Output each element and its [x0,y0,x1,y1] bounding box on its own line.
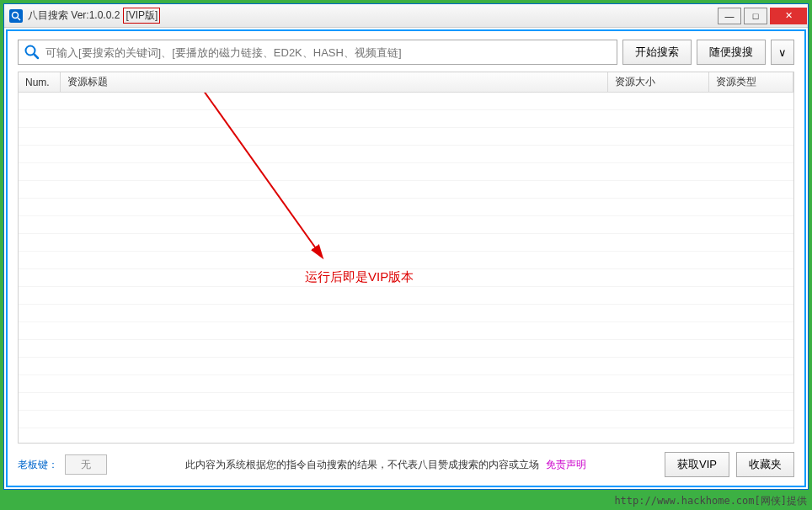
app-icon [9,9,23,23]
table-header: Num. 资源标题 资源大小 资源类型 [19,72,793,93]
minimize-button[interactable]: — [718,8,741,24]
disclaimer: 此内容为系统根据您的指令自动搜索的结果，不代表八目赞成搜索的内容或立场 免责声明 [114,458,658,472]
svg-line-3 [35,55,39,59]
svg-point-0 [13,12,19,18]
bosskey-button[interactable]: 无 [65,454,107,475]
close-button[interactable]: ✕ [770,8,807,24]
random-search-button[interactable]: 随便搜搜 [697,40,766,65]
vip-badge: [VIP版] [123,8,160,24]
favorites-button[interactable]: 收藏夹 [736,452,794,477]
disclaimer-link[interactable]: 免责声明 [546,459,586,470]
col-num[interactable]: Num. [19,72,61,92]
search-icon [24,44,40,61]
svg-line-1 [18,18,20,20]
main-window: 八目搜索 Ver:1.0.0.2 [VIP版] — □ ✕ 开始搜索 随便搜搜 … [3,3,809,490]
results-table: Num. 资源标题 资源大小 资源类型 运行后即是VIP版本 [18,72,794,444]
titlebar: 八目搜索 Ver:1.0.0.2 [VIP版] — □ ✕ [4,4,808,28]
col-size[interactable]: 资源大小 [608,72,709,92]
source-label: http://www.hackhome.com[网侠]提供 [614,494,807,508]
get-vip-button[interactable]: 获取VIP [665,452,729,477]
col-type[interactable]: 资源类型 [709,72,793,92]
search-row: 开始搜索 随便搜搜 ∨ [18,40,794,65]
svg-line-5 [179,93,322,257]
start-search-button[interactable]: 开始搜索 [622,40,692,65]
annotation-arrow [19,93,802,480]
app-title: 八目搜索 Ver:1.0.0.2 [28,8,120,23]
bottom-bar: 老板键： 无 此内容为系统根据您的指令自动搜索的结果，不代表八目赞成搜索的内容或… [18,452,794,477]
annotation-text: 运行后即是VIP版本 [305,269,414,285]
expand-button[interactable]: ∨ [771,40,794,65]
col-title[interactable]: 资源标题 [61,72,608,92]
bosskey-label: 老板键： [18,458,58,472]
content-area: 开始搜索 随便搜搜 ∨ Num. 资源标题 资源大小 资源类型 [6,29,806,487]
table-body: 运行后即是VIP版本 [19,93,793,443]
disclaimer-text: 此内容为系统根据您的指令自动搜索的结果，不代表八目赞成搜索的内容或立场 [185,459,539,470]
maximize-button[interactable]: □ [744,8,767,24]
search-input[interactable] [45,40,612,64]
window-controls: — □ ✕ [718,8,808,24]
search-box [18,40,617,65]
